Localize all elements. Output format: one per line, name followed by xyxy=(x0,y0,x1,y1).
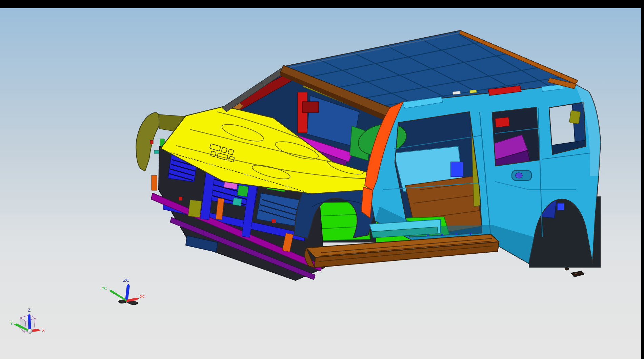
rear-red-bracket[interactable] xyxy=(495,117,509,127)
module-red-speck-2[interactable] xyxy=(272,219,276,223)
cad-application-window: ZC YC XC Z Y X xyxy=(0,0,644,359)
console-blue-box[interactable] xyxy=(451,162,463,177)
debris-dot[interactable] xyxy=(565,268,569,270)
ip-box-darkred[interactable] xyxy=(302,102,319,112)
tip-red-clip[interactable] xyxy=(150,140,153,144)
window-top-bar xyxy=(0,0,644,8)
module-red-speck[interactable] xyxy=(179,197,182,200)
module-orange-clip-1[interactable] xyxy=(152,175,157,190)
view-z-label: Z xyxy=(28,308,31,313)
cad-scene: ZC YC XC Z Y X xyxy=(0,0,644,359)
view-triad-origin-sphere xyxy=(27,329,32,334)
arch-bright-blue-part[interactable] xyxy=(557,203,564,210)
quarter-olive-bracket[interactable] xyxy=(569,110,581,124)
module-olive-part[interactable] xyxy=(188,200,202,217)
view-y-label: Y xyxy=(10,321,13,326)
wcs-y-label[interactable]: YC xyxy=(101,286,107,291)
window-right-bar xyxy=(641,8,644,359)
rail-white-clip[interactable] xyxy=(453,91,461,94)
wcs-z-label[interactable]: ZC xyxy=(123,278,129,283)
module-teal-part[interactable] xyxy=(233,198,242,206)
wcs-x-label[interactable]: XC xyxy=(140,294,145,299)
debris-red-speck xyxy=(575,273,577,274)
rear-door-handle[interactable] xyxy=(512,170,531,181)
rail-yellow-clip[interactable] xyxy=(470,90,477,93)
view-x-label: X xyxy=(42,328,45,333)
